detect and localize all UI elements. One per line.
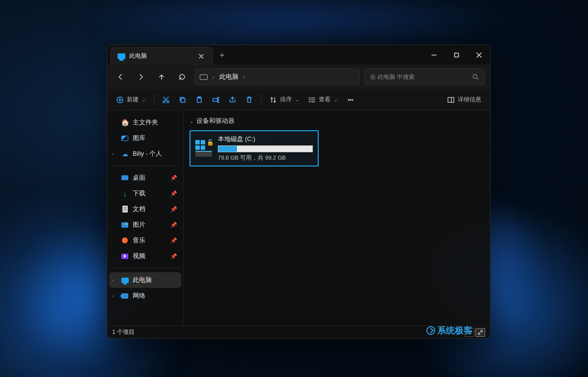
drive-local-disk-c[interactable]: 🔓 本地磁盘 (C:) 79.6 GB 可用，共 99.2 GB bbox=[189, 130, 319, 166]
details-pane-button[interactable]: 详细信息 bbox=[443, 92, 485, 108]
drive-icon: 🔓 bbox=[195, 140, 213, 157]
share-button[interactable] bbox=[225, 92, 240, 108]
new-tab-button[interactable]: ＋ bbox=[213, 45, 231, 65]
rename-button[interactable] bbox=[208, 92, 224, 108]
maximize-button[interactable] bbox=[445, 45, 468, 65]
svg-point-9 bbox=[348, 99, 349, 100]
sidebar-item-network[interactable]: ›网络 bbox=[109, 288, 181, 304]
sidebar-item-music[interactable]: 音乐📌 bbox=[109, 233, 181, 248]
close-window-button[interactable] bbox=[468, 45, 490, 65]
pin-icon[interactable]: 📌 bbox=[170, 206, 177, 212]
gallery-icon bbox=[121, 134, 129, 142]
copy-button[interactable] bbox=[175, 92, 190, 108]
chevron-right-icon: › bbox=[212, 74, 214, 80]
sidebar-item-home[interactable]: 🏠主文件夹 bbox=[109, 115, 181, 130]
view-icon bbox=[308, 96, 316, 104]
sidebar-item-this-pc[interactable]: ›此电脑 bbox=[109, 272, 181, 288]
drive-subtext: 79.6 GB 可用，共 99.2 GB bbox=[218, 154, 313, 162]
back-button[interactable] bbox=[112, 69, 129, 85]
sort-button[interactable]: 排序 ⌄ bbox=[265, 92, 303, 108]
video-icon bbox=[121, 252, 129, 260]
file-explorer-window: 此电脑 ＋ › 此电脑 › 在 此电脑 中搜索 bbox=[107, 45, 491, 339]
svg-rect-5 bbox=[181, 98, 185, 102]
refresh-button[interactable] bbox=[174, 69, 190, 85]
content-pane[interactable]: ⌄ 设备和驱动器 🔓 本地磁盘 (C:) 79.6 GB 可用，共 99.2 G… bbox=[184, 111, 490, 326]
svg-rect-8 bbox=[213, 98, 217, 101]
plus-circle-icon bbox=[116, 96, 124, 104]
navigation-sidebar: 🏠主文件夹 图库 ›☁Billy - 个人 桌面📌 ↓下载📌 文档📌 图片📌 音… bbox=[107, 111, 184, 326]
network-icon bbox=[121, 292, 129, 300]
cut-icon bbox=[162, 96, 170, 104]
pin-icon[interactable]: 📌 bbox=[170, 253, 177, 259]
sidebar-item-videos[interactable]: 视频📌 bbox=[109, 248, 181, 264]
up-button[interactable] bbox=[153, 69, 170, 85]
address-pc-icon bbox=[200, 74, 208, 80]
this-pc-icon bbox=[118, 53, 125, 59]
breadcrumb-location[interactable]: 此电脑 bbox=[219, 72, 238, 81]
more-button[interactable] bbox=[343, 92, 358, 108]
music-icon bbox=[121, 236, 129, 244]
chevron-right-icon: › bbox=[243, 74, 245, 80]
sidebar-item-pictures[interactable]: 图片📌 bbox=[109, 217, 181, 233]
sidebar-item-gallery[interactable]: 图库 bbox=[109, 130, 181, 146]
search-icon bbox=[472, 73, 479, 80]
forward-button[interactable] bbox=[133, 69, 149, 85]
chevron-down-icon: ⌄ bbox=[333, 96, 338, 103]
navigation-row: › 此电脑 › 在 此电脑 中搜索 bbox=[107, 65, 490, 89]
status-bar: 1 个项目 bbox=[107, 326, 490, 338]
delete-button[interactable] bbox=[241, 92, 257, 108]
svg-rect-12 bbox=[448, 97, 454, 102]
chevron-right-icon[interactable]: › bbox=[112, 293, 114, 299]
trash-icon bbox=[245, 96, 253, 104]
chevron-right-icon[interactable]: › bbox=[112, 278, 114, 283]
view-button[interactable]: 查看 ⌄ bbox=[304, 92, 342, 108]
view-details-button[interactable] bbox=[465, 328, 474, 337]
chevron-down-icon: ⌄ bbox=[189, 118, 193, 124]
titlebar[interactable]: 此电脑 ＋ bbox=[107, 45, 490, 65]
chevron-down-icon: ⌄ bbox=[141, 96, 146, 103]
document-icon bbox=[121, 205, 129, 213]
pin-icon[interactable]: 📌 bbox=[170, 222, 177, 228]
svg-point-10 bbox=[350, 99, 351, 100]
toolbar: 新建 ⌄ 排序 ⌄ 查看 ⌄ 详细信息 bbox=[107, 89, 490, 111]
home-icon: 🏠 bbox=[121, 118, 129, 126]
chevron-down-icon: ⌄ bbox=[295, 96, 299, 103]
tab-close-button[interactable] bbox=[196, 51, 207, 62]
unlock-icon: 🔓 bbox=[207, 139, 214, 146]
status-item-count: 1 个项目 bbox=[112, 328, 135, 336]
pin-icon[interactable]: 📌 bbox=[170, 237, 177, 244]
tab-title: 此电脑 bbox=[129, 52, 192, 60]
details-pane-icon bbox=[447, 96, 455, 104]
this-pc-icon bbox=[121, 276, 129, 284]
share-icon bbox=[229, 96, 236, 104]
search-placeholder: 在 此电脑 中搜索 bbox=[370, 73, 472, 81]
desktop-icon bbox=[121, 174, 129, 182]
rename-icon bbox=[212, 96, 220, 104]
sidebar-item-desktop[interactable]: 桌面📌 bbox=[109, 170, 181, 186]
paste-button[interactable] bbox=[191, 92, 207, 108]
group-header-devices[interactable]: ⌄ 设备和驱动器 bbox=[189, 115, 484, 130]
address-bar[interactable]: › 此电脑 › bbox=[194, 69, 360, 85]
drive-usage-bar bbox=[218, 145, 313, 152]
chevron-right-icon[interactable]: › bbox=[112, 151, 114, 157]
cut-button[interactable] bbox=[158, 92, 174, 108]
search-box[interactable]: 在 此电脑 中搜索 bbox=[364, 69, 485, 85]
sidebar-item-onedrive[interactable]: ›☁Billy - 个人 bbox=[109, 146, 181, 162]
pin-icon[interactable]: 📌 bbox=[170, 175, 177, 181]
cloud-icon: ☁ bbox=[121, 150, 129, 158]
pictures-icon bbox=[121, 221, 129, 229]
sidebar-item-documents[interactable]: 文档📌 bbox=[109, 201, 181, 217]
minimize-button[interactable] bbox=[423, 45, 445, 65]
drive-name: 本地磁盘 (C:) bbox=[218, 135, 313, 143]
download-icon: ↓ bbox=[121, 189, 129, 197]
svg-rect-0 bbox=[454, 53, 458, 57]
svg-point-1 bbox=[473, 74, 477, 78]
sidebar-item-downloads[interactable]: ↓下载📌 bbox=[109, 186, 181, 201]
sort-icon bbox=[269, 96, 277, 104]
new-button[interactable]: 新建 ⌄ bbox=[112, 92, 150, 108]
view-tiles-button[interactable] bbox=[475, 328, 485, 337]
paste-icon bbox=[195, 96, 203, 104]
copy-icon bbox=[179, 96, 187, 104]
tab-this-pc[interactable]: 此电脑 bbox=[110, 47, 213, 65]
pin-icon[interactable]: 📌 bbox=[170, 190, 177, 197]
